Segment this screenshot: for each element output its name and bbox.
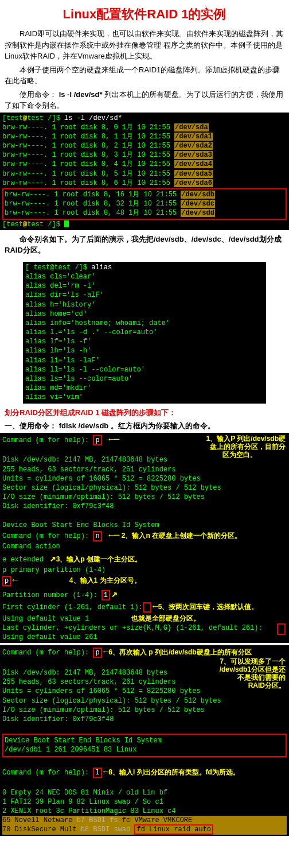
paragraph-3: 使用命令： ls -l /dev/sd* 列出本机上的所有硬盘。为了以后运行的方… [0,88,289,113]
sub1-e: 、 [221,235,229,243]
paragraph-1: RAID即可以由硬件来实现，也可以由软件来实现。由软件来实现的磁盘阵列，其控制软… [0,27,289,63]
sub1-f: /dev/sdd [229,235,259,243]
step1-b: 。红方框内为你要输入的命令。 [111,421,215,430]
sub1-a: 命令别名如下。为了后面的演示，我先把 [19,235,154,243]
sub1-c: 、 [184,235,192,243]
alias-intro: 命令别名如下。为了后面的演示，我先把/dev/sdb、/dev/sdc、/dev… [0,230,289,259]
terminal-fdisk-b: Command (m for help): p←6、再次输入 p 列出/dev/… [0,645,289,835]
p3-a: 使用命令： [19,90,57,99]
sub1-d: /dev/sdc [192,235,221,243]
terminal-fdisk-a: Command (m for help): p ←─1、输入P 列出/dev/s… [0,433,289,644]
sub1-b: /dev/sdb [154,235,184,243]
step1-cmd: fdisk /dev/sdb [59,421,109,430]
section-header: 划分RAID分区并组成RAID 1 磁盘阵列的步骤如下： [0,406,289,420]
p3-cmd: ls -l /dev/sd* [59,90,103,99]
terminal-alias: [ test@test /]$ aliasalias cls='clear'al… [23,262,266,404]
step1: 一、使用命令： fdisk /dev/sdb 。红方框内为你要输入的命令。 [0,419,289,433]
page-title: Linux配置软件RAID 1的实例 [0,0,289,27]
terminal-ls: [test@test /]$ ls -l /dev/sd*brw-rw----.… [0,113,289,230]
step1-a: 一、使用命令： [5,421,57,430]
paragraph-2: 本例子使用两个空的硬盘来组成一个RAID1的磁盘阵列。添加虚拟机硬盘的步骤在此省… [0,63,289,88]
